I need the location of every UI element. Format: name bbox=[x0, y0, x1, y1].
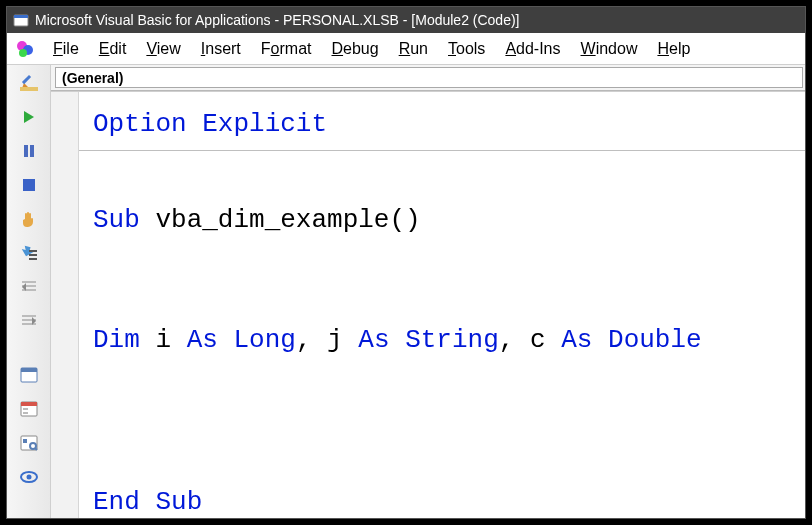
svg-rect-24 bbox=[23, 412, 28, 414]
menu-run[interactable]: Run bbox=[389, 38, 438, 60]
svg-rect-13 bbox=[22, 281, 36, 283]
menu-tools[interactable]: Tools bbox=[438, 38, 495, 60]
svg-rect-9 bbox=[23, 179, 35, 191]
sub-name: vba_dim_example bbox=[155, 205, 389, 235]
body: (General) Option Explicit Sub vba_dim_ex… bbox=[7, 65, 805, 518]
menu-format[interactable]: Format bbox=[251, 38, 322, 60]
menu-view[interactable]: View bbox=[136, 38, 190, 60]
kw-as-2: As bbox=[358, 325, 389, 355]
design-mode-icon[interactable] bbox=[17, 71, 41, 95]
app-icon bbox=[13, 12, 29, 28]
svg-rect-20 bbox=[21, 368, 37, 372]
kw-sub-end: Sub bbox=[155, 487, 202, 517]
kw-long: Long bbox=[233, 325, 295, 355]
kw-explicit: Explicit bbox=[202, 109, 327, 139]
menu-window[interactable]: Window bbox=[571, 38, 648, 60]
code-pane-dropdowns: (General) bbox=[51, 65, 805, 91]
svg-rect-12 bbox=[29, 258, 37, 260]
vertical-toolbar bbox=[7, 65, 51, 518]
menu-edit[interactable]: Edit bbox=[89, 38, 137, 60]
titlebar: Microsoft Visual Basic for Applications … bbox=[7, 7, 805, 33]
comma-2: , bbox=[499, 325, 515, 355]
svg-line-28 bbox=[35, 448, 37, 450]
hand-icon[interactable] bbox=[17, 207, 41, 231]
run-icon[interactable] bbox=[17, 105, 41, 129]
svg-point-30 bbox=[26, 475, 31, 480]
svg-rect-5 bbox=[21, 75, 30, 84]
menubar: File Edit View Insert Format Debug Run T… bbox=[7, 33, 805, 65]
kw-option: Option bbox=[93, 109, 187, 139]
var-i: i bbox=[155, 325, 171, 355]
comma-1: , bbox=[296, 325, 312, 355]
svg-rect-1 bbox=[14, 15, 28, 18]
window-title: Microsoft Visual Basic for Applications … bbox=[35, 12, 520, 28]
kw-string: String bbox=[405, 325, 499, 355]
watch-icon[interactable] bbox=[17, 465, 41, 489]
code-editor[interactable]: Option Explicit Sub vba_dim_example() Di… bbox=[79, 92, 805, 518]
svg-rect-11 bbox=[29, 254, 37, 256]
kw-as-1: As bbox=[187, 325, 218, 355]
vb-logo-icon bbox=[13, 37, 37, 61]
svg-rect-16 bbox=[22, 315, 36, 317]
menu-addins[interactable]: Add-Ins bbox=[495, 38, 570, 60]
kw-as-3: As bbox=[561, 325, 592, 355]
svg-rect-8 bbox=[30, 145, 34, 157]
svg-rect-18 bbox=[22, 323, 36, 325]
object-dropdown-value: (General) bbox=[62, 70, 123, 86]
menu-debug[interactable]: Debug bbox=[322, 38, 389, 60]
svg-rect-15 bbox=[22, 289, 36, 291]
declaration-separator bbox=[79, 150, 805, 151]
var-c: c bbox=[530, 325, 546, 355]
code-pane: Option Explicit Sub vba_dim_example() Di… bbox=[51, 91, 805, 518]
menu-help[interactable]: Help bbox=[647, 38, 700, 60]
indent-icon[interactable] bbox=[17, 309, 41, 333]
paren-close: ) bbox=[405, 205, 421, 235]
svg-rect-26 bbox=[23, 439, 27, 443]
reset-icon[interactable] bbox=[17, 173, 41, 197]
object-browser-icon[interactable] bbox=[17, 431, 41, 455]
vba-ide-window: Microsoft Visual Basic for Applications … bbox=[6, 6, 806, 519]
svg-rect-7 bbox=[24, 145, 28, 157]
outdent-icon[interactable] bbox=[17, 275, 41, 299]
menu-file[interactable]: File bbox=[43, 38, 89, 60]
editor-area: (General) Option Explicit Sub vba_dim_ex… bbox=[51, 65, 805, 518]
kw-dim: Dim bbox=[93, 325, 140, 355]
var-j: j bbox=[327, 325, 343, 355]
break-icon[interactable] bbox=[17, 139, 41, 163]
kw-end: End bbox=[93, 487, 140, 517]
properties-icon[interactable] bbox=[17, 397, 41, 421]
svg-rect-23 bbox=[23, 408, 28, 410]
svg-rect-22 bbox=[21, 402, 37, 406]
svg-rect-10 bbox=[29, 250, 37, 252]
kw-sub: Sub bbox=[93, 205, 140, 235]
paren-open: ( bbox=[389, 205, 405, 235]
svg-rect-6 bbox=[20, 87, 38, 91]
step-into-icon[interactable] bbox=[17, 241, 41, 265]
project-explorer-icon[interactable] bbox=[17, 363, 41, 387]
margin-indicator-bar[interactable] bbox=[51, 92, 79, 518]
object-dropdown[interactable]: (General) bbox=[55, 67, 803, 88]
kw-double: Double bbox=[608, 325, 702, 355]
svg-point-4 bbox=[19, 49, 27, 57]
menu-insert[interactable]: Insert bbox=[191, 38, 251, 60]
